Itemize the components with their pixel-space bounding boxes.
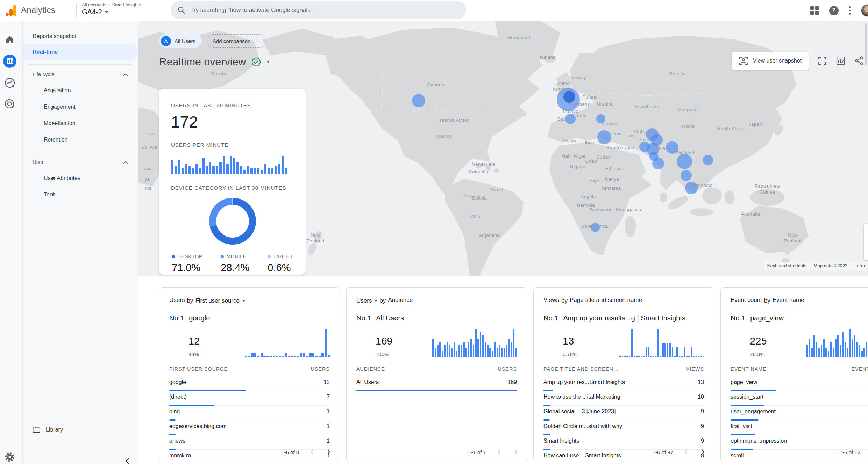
next-page-button[interactable] xyxy=(512,448,520,457)
comparison-chip-all-users[interactable]: A All Users xyxy=(159,34,202,48)
sidebar-section-header[interactable]: Life cycle xyxy=(23,66,138,82)
prev-page-button[interactable] xyxy=(682,448,690,457)
title-dropdown-caret[interactable] xyxy=(266,61,270,63)
row-label: optinmons...mpression xyxy=(731,438,787,444)
sidebar-item-label: Engagement xyxy=(44,104,76,110)
map-country-label: Spain xyxy=(557,116,570,122)
device-percent: 28.4% xyxy=(221,262,249,274)
sidebar-item-retention[interactable]: Retention xyxy=(23,131,138,148)
analytics-logo-text[interactable]: Analytics xyxy=(21,5,55,15)
apps-grid-icon[interactable] xyxy=(810,6,819,15)
sparkline-bar xyxy=(672,347,673,357)
help-icon[interactable]: ? xyxy=(829,6,839,15)
reports-nav-button[interactable] xyxy=(3,54,17,68)
card-title-part[interactable]: Event count xyxy=(731,297,762,305)
sidebar-item-realtime-active[interactable]: Real-time xyxy=(23,44,138,60)
data-quality-check-icon[interactable] xyxy=(251,57,261,67)
admin-settings-button[interactable] xyxy=(3,450,17,464)
sidebar-item-monetisation[interactable]: Monetisation xyxy=(23,115,138,131)
map-country-label: Egypt xyxy=(596,138,609,144)
card-pagination: 1-6 of 12 xyxy=(840,448,868,457)
sidebar-item-engagement[interactable]: Engagement xyxy=(23,99,138,115)
metric-card: UsersbyFirst user sourceNo.1google1248%F… xyxy=(159,287,340,462)
sparkline-bar xyxy=(465,348,467,357)
next-page-icon[interactable] xyxy=(699,448,707,456)
map-country-label: Colombia xyxy=(469,169,489,175)
prev-page-icon[interactable] xyxy=(308,448,316,456)
map-country-label: Mali xyxy=(561,153,570,159)
reports-icon xyxy=(3,54,17,68)
sparkline-bar xyxy=(439,342,441,357)
breadcrumb-all-accounts[interactable]: All accounts xyxy=(82,2,106,7)
card-title-part[interactable]: Users xyxy=(356,297,372,304)
prev-page-button[interactable] xyxy=(308,448,316,457)
search-icon xyxy=(178,6,185,14)
prev-page-button[interactable] xyxy=(495,448,503,457)
share-icon[interactable] xyxy=(855,56,864,65)
sidebar-item-user-attributes[interactable]: User Attributes xyxy=(23,170,138,186)
search-input[interactable] xyxy=(190,7,459,14)
next-page-button[interactable] xyxy=(699,448,707,457)
sidebar-item-tech[interactable]: Tech xyxy=(23,186,138,203)
prev-page-icon[interactable] xyxy=(495,448,503,456)
breadcrumb[interactable]: All accounts›Smart Insights xyxy=(82,2,141,7)
user-avatar[interactable] xyxy=(861,4,868,17)
plus-icon xyxy=(254,38,260,44)
page-scrollbar[interactable] xyxy=(865,23,867,65)
analytics-logo-icon[interactable] xyxy=(6,5,17,16)
row-value: 9 xyxy=(701,423,704,429)
table-row: Amp up your res...Smart Insights13 xyxy=(543,376,704,391)
card-title-part[interactable]: Event name xyxy=(773,297,804,305)
home-nav-button[interactable] xyxy=(3,32,17,46)
column-header-dimension: EVENT NAME xyxy=(731,366,767,372)
sparkline-bar xyxy=(444,345,446,357)
dropdown-caret-icon[interactable] xyxy=(242,300,245,302)
fullscreen-icon[interactable] xyxy=(818,56,827,65)
sparkline-bar xyxy=(451,348,453,357)
search-bar[interactable] xyxy=(171,1,466,19)
sidebar-collapse-button[interactable] xyxy=(124,457,131,464)
more-options-icon[interactable] xyxy=(849,6,851,15)
card-title-part[interactable]: Users xyxy=(169,297,185,305)
add-comparison-button[interactable]: Add comparison xyxy=(207,34,266,48)
terms-link[interactable]: Term xyxy=(852,262,868,270)
users-per-minute-chart xyxy=(171,154,287,174)
pagination-text: 1-1 of 1 xyxy=(468,449,486,455)
next-page-icon[interactable] xyxy=(325,448,333,456)
customize-report-icon[interactable] xyxy=(836,56,846,66)
sparkline-bar xyxy=(266,356,269,357)
sparkline-bar xyxy=(319,356,321,357)
keyboard-shortcuts-link[interactable]: Keyboard shortcuts xyxy=(764,262,810,270)
card-title-part[interactable]: First user source xyxy=(195,297,240,304)
breadcrumb-org[interactable]: Smart Insights xyxy=(112,2,141,7)
explore-nav-button[interactable] xyxy=(3,76,17,90)
sparkline-bar xyxy=(657,329,659,357)
rank-value: google xyxy=(189,314,210,322)
sparkline-bar xyxy=(849,329,851,357)
card-title-part[interactable]: Page title and screen name xyxy=(570,297,642,305)
property-selector[interactable]: GA4-2 xyxy=(82,8,108,16)
per-minute-bar xyxy=(206,166,208,174)
per-minute-bar xyxy=(188,166,191,174)
user-location-bubble xyxy=(681,170,692,181)
next-page-icon[interactable] xyxy=(512,448,520,456)
card-title-part[interactable]: Views xyxy=(543,297,559,305)
sidebar-section-header[interactable]: User xyxy=(23,154,138,170)
sidebar-section-label: Life cycle xyxy=(33,71,55,77)
prev-page-icon[interactable] xyxy=(682,448,690,456)
view-user-snapshot-button[interactable]: View user snapshot xyxy=(732,52,809,70)
sidebar-item-library[interactable]: Library xyxy=(23,422,138,437)
per-minute-bar xyxy=(250,168,253,174)
dropdown-caret-icon[interactable] xyxy=(375,300,377,302)
sidebar-item-reports-snapshot[interactable]: Reports snapshot xyxy=(23,29,138,44)
row-label: google xyxy=(169,379,186,385)
card-big-value: 225 xyxy=(750,335,767,347)
sidebar-item-acquisition[interactable]: Acquisition xyxy=(23,82,138,99)
card-title-part[interactable]: Audience xyxy=(388,297,413,305)
map-zoom-control[interactable] xyxy=(864,224,868,260)
table-row: Smart Insights9 xyxy=(543,435,704,450)
next-page-button[interactable] xyxy=(325,448,333,457)
map-country-label: Chile xyxy=(470,214,482,220)
row-label: session_start xyxy=(731,394,763,400)
advertising-nav-button[interactable] xyxy=(3,97,17,111)
